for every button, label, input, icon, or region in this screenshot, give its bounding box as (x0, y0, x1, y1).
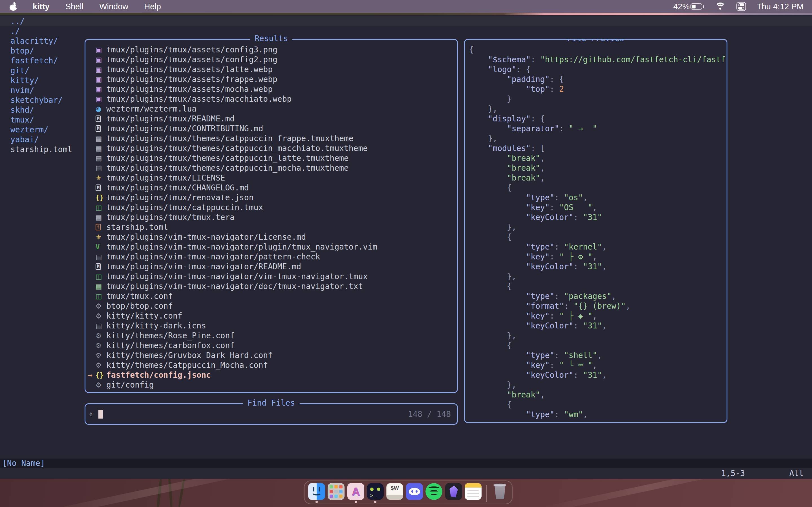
result-row[interactable]: {}tmux/plugins/tmux/renovate.json (86, 193, 457, 203)
wallpaper-top-strip (0, 13, 812, 15)
result-row[interactable]: Mtmux/plugins/vim-tmux-navigator/README.… (86, 262, 457, 272)
result-row[interactable]: ▤tmux/plugins/tmux/themes/catppuccin_mac… (86, 144, 457, 153)
sidebar-entry-.[interactable]: ./ (10, 26, 72, 36)
result-file-path: tmux/plugins/tmux/CONTRIBUTING.md (106, 124, 263, 133)
apple-menu-icon[interactable] (10, 2, 17, 11)
finder-app-icon[interactable] (308, 483, 325, 500)
dock-item-finder[interactable] (308, 483, 325, 503)
tmux-file-icon: ◫ (96, 204, 106, 212)
code-line: "separator": " → " (469, 124, 726, 133)
dock-item-arc[interactable]: A (347, 483, 364, 503)
menu-help[interactable]: Help (144, 2, 161, 11)
result-row[interactable]: ▤kitty/kitty-dark.icns (86, 321, 457, 331)
code-line: "padding": { (469, 74, 726, 84)
discord-app-icon[interactable] (406, 483, 423, 500)
result-row[interactable]: ⚙kitty/themes/Rose_Pine.conf (86, 331, 457, 341)
result-row[interactable]: ⚙kitty/themes/carbonfox.conf (86, 341, 457, 350)
arc-app-icon[interactable]: A (347, 483, 364, 500)
config-file-icon: ⚙ (96, 302, 106, 310)
result-row[interactable]: ▣tmux/plugins/tmux/assets/latte.webp (86, 64, 457, 74)
result-row[interactable]: Mtmux/plugins/tmux/CHANGELOG.md (86, 183, 457, 193)
sidebar-entry-git[interactable]: git/ (10, 66, 72, 75)
code-line: "keyColor": "31", (469, 321, 726, 331)
json-file-icon: {} (96, 194, 106, 202)
sidebar-entry-tmux[interactable]: tmux/ (10, 115, 72, 125)
dock-item-kitty[interactable]: >_ (366, 483, 384, 503)
result-file-path: starship.toml (106, 223, 168, 232)
result-row[interactable]: tstarship.toml (86, 222, 457, 232)
trash-icon[interactable] (492, 483, 508, 500)
result-row[interactable]: ⚜tmux/plugins/vim-tmux-navigator/License… (86, 232, 457, 242)
dock-item-discord[interactable] (406, 483, 423, 503)
dock-item-spotify[interactable] (425, 483, 442, 503)
control-center-icon[interactable] (737, 2, 746, 11)
result-row[interactable]: ⚙git/config (86, 380, 457, 390)
result-row[interactable]: ▣tmux/plugins/tmux/assets/mocha.webp (86, 84, 457, 94)
result-count: 148 / 148 (408, 409, 451, 419)
notes-app-icon[interactable] (465, 483, 481, 500)
result-row[interactable]: ⚙kitty/themes/Catppuccin_Mocha.conf (86, 360, 457, 370)
result-row[interactable]: ◫tmux/tmux.conf (86, 291, 457, 301)
result-row[interactable]: Vtmux/plugins/vim-tmux-navigator/plugin/… (86, 242, 457, 252)
result-row[interactable]: ⚙kitty/kitty.conf (86, 311, 457, 321)
battery-indicator[interactable]: 42% (673, 2, 704, 11)
kitty-app-icon[interactable]: >_ (367, 483, 384, 500)
result-row[interactable]: Mtmux/plugins/tmux/README.md (86, 114, 457, 124)
sidebar-entry-..[interactable]: ../ (10, 16, 72, 26)
battery-icon (691, 3, 702, 10)
image-file-icon: ▣ (96, 46, 106, 54)
generic-file-icon: ▤ (96, 322, 106, 330)
dock-item-trash[interactable] (492, 483, 509, 500)
spotify-app-icon[interactable] (425, 483, 442, 500)
sidebar-entry-alacritty[interactable]: alacritty/ (10, 36, 72, 46)
sidebar-entry-starship.toml[interactable]: starship.toml (10, 145, 72, 154)
sidebar-entry-nvim[interactable]: nvim/ (10, 86, 72, 95)
dock-item-launchpad[interactable] (327, 483, 345, 503)
result-file-path: tmux/plugins/tmux/README.md (106, 114, 235, 123)
result-row[interactable]: ▤tmux/plugins/tmux/tmux.tera (86, 212, 457, 222)
keycap-app-icon[interactable]: $W (386, 483, 403, 500)
code-line: }, (469, 222, 726, 232)
launchpad-app-icon[interactable] (327, 483, 345, 500)
result-row[interactable]: ▣tmux/plugins/tmux/assets/config2.png (86, 55, 457, 64)
result-row[interactable]: ◫tmux/plugins/vim-tmux-navigator/vim-tmu… (86, 272, 457, 281)
menu-shell[interactable]: Shell (65, 2, 84, 11)
result-row[interactable]: ▣tmux/plugins/tmux/assets/macchiato.webp (86, 94, 457, 104)
result-row[interactable]: ◕wezterm/wezterm.lua (86, 104, 457, 114)
dock-item-notes[interactable] (464, 483, 481, 503)
sidebar-entry-skhd[interactable]: skhd/ (10, 105, 72, 115)
result-row[interactable]: ⚜tmux/plugins/tmux/LICENSE (86, 173, 457, 183)
image-file-icon: ▣ (96, 95, 106, 103)
obsidian-app-icon[interactable] (445, 483, 462, 500)
sidebar-entry-btop[interactable]: btop/ (10, 46, 72, 56)
result-row[interactable]: ⚙kitty/themes/Gruvbox_Dark_Hard.conf (86, 350, 457, 360)
result-file-path: tmux/plugins/tmux/assets/config3.png (106, 45, 277, 54)
result-row[interactable]: ▤tmux/plugins/vim-tmux-navigator/doc/tmu… (86, 281, 457, 291)
result-row[interactable]: ▤tmux/plugins/tmux/themes/catppuccin_moc… (86, 163, 457, 173)
sidebar-entry-wezterm[interactable]: wezterm/ (10, 125, 72, 135)
result-row[interactable]: ⚙btop/btop.conf (86, 301, 457, 311)
sidebar-entry-sketchybar[interactable]: sketchybar/ (10, 95, 72, 105)
license-file-icon: ⚜ (96, 174, 106, 182)
result-file-path: tmux/plugins/tmux/catppuccin.tmux (106, 203, 263, 212)
result-row[interactable]: ▣tmux/plugins/tmux/assets/config3.png (86, 45, 457, 55)
result-row[interactable]: ▣tmux/plugins/tmux/assets/frappe.webp (86, 74, 457, 84)
result-row[interactable]: ◫tmux/plugins/tmux/catppuccin.tmux (86, 203, 457, 212)
sidebar-entry-yabai[interactable]: yabai/ (10, 135, 72, 145)
vim-statusline: [No Name] (0, 459, 812, 468)
result-row[interactable]: →{}fastfetch/config.jsonc (86, 370, 457, 380)
sidebar-entry-fastfetch[interactable]: fastfetch/ (10, 56, 72, 66)
menu-window[interactable]: Window (99, 2, 128, 11)
result-row[interactable]: ▤tmux/plugins/tmux/themes/catppuccin_lat… (86, 153, 457, 163)
dock-item-keycap[interactable]: $W (386, 483, 403, 503)
result-row[interactable]: Mtmux/plugins/tmux/CONTRIBUTING.md (86, 124, 457, 133)
dock-item-obsidian[interactable] (445, 483, 462, 503)
sidebar-entry-kitty[interactable]: kitty/ (10, 75, 72, 86)
result-file-path: kitty/themes/carbonfox.conf (106, 341, 235, 350)
wifi-icon[interactable] (715, 3, 726, 10)
menu-app-name[interactable]: kitty (33, 2, 50, 11)
result-file-path: tmux/plugins/vim-tmux-navigator/pattern-… (106, 252, 320, 262)
menubar-clock[interactable]: Thu 4:12 PM (757, 2, 804, 11)
result-row[interactable]: ▤tmux/plugins/vim-tmux-navigator/pattern… (86, 252, 457, 262)
result-row[interactable]: ▤tmux/plugins/tmux/themes/catppuccin_fra… (86, 133, 457, 144)
